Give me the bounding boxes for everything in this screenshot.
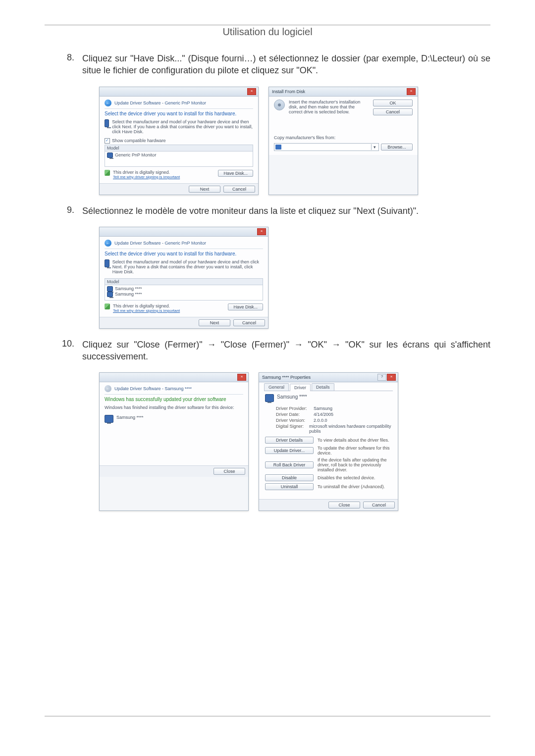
- monitor-icon: [107, 292, 113, 297]
- driver-details-button[interactable]: Driver Details: [265, 437, 314, 444]
- tab-details[interactable]: Details: [312, 383, 334, 391]
- list-item[interactable]: Samsung ****: [107, 292, 261, 297]
- monitor-icon: [107, 286, 113, 292]
- ok-button[interactable]: OK: [373, 100, 413, 106]
- update-driver-button[interactable]: Update Driver...: [265, 447, 314, 454]
- step-text: Cliquez sur "Have Disk..." (Disque fourn…: [82, 52, 490, 77]
- signed-label: This driver is digitally signed.: [113, 170, 180, 175]
- window-update-success: × ← Update Driver Software - Samsung ***…: [99, 372, 249, 511]
- cancel-button[interactable]: Cancel: [223, 186, 255, 193]
- model-list[interactable]: Samsung **** Samsung ****: [105, 285, 263, 301]
- close-icon[interactable]: ×: [257, 228, 266, 235]
- window-title: Samsung **** Properties: [262, 375, 311, 380]
- monitor-icon: [265, 394, 274, 402]
- close-icon[interactable]: ×: [387, 374, 396, 381]
- titlebar: Install From Disk ×: [269, 87, 418, 97]
- device-name: Samsung ****: [116, 415, 144, 420]
- window-title: Install From Disk: [272, 89, 305, 94]
- monitor-icon: [105, 119, 109, 127]
- uninstall-button[interactable]: Uninstall: [265, 483, 314, 490]
- back-button[interactable]: ←: [105, 240, 111, 247]
- tab-general[interactable]: General: [264, 383, 289, 391]
- show-compatible-label: Show compatible hardware: [112, 138, 166, 143]
- success-heading: Windows has successfully updated your dr…: [105, 397, 243, 402]
- install-instruction: Insert the manufacturer's installation d…: [289, 100, 369, 114]
- disk-icon: [274, 100, 285, 110]
- drive-icon: [275, 145, 281, 150]
- copy-from-label: Copy manufacturer's files from:: [274, 135, 413, 140]
- window-install-from-disk: Install From Disk × Insert the manufactu…: [268, 87, 418, 195]
- disable-button[interactable]: Disable: [265, 474, 314, 481]
- next-button[interactable]: Next: [189, 186, 220, 193]
- dialog-heading: Select the device driver you want to ins…: [105, 251, 263, 256]
- drive-combo[interactable]: ▾: [274, 143, 379, 151]
- close-icon[interactable]: ×: [247, 88, 256, 95]
- signing-info-link[interactable]: Tell me why driver signing is important: [113, 175, 180, 179]
- help-icon[interactable]: ?: [377, 374, 386, 381]
- close-button[interactable]: Close: [214, 468, 245, 475]
- step-text: Cliquez sur "Close (Fermer)" → "Close (F…: [82, 339, 490, 363]
- show-compatible-checkbox[interactable]: ✓: [105, 138, 110, 144]
- chevron-down-icon[interactable]: ▾: [371, 144, 377, 150]
- titlebar: ×: [100, 227, 268, 237]
- next-button[interactable]: Next: [199, 319, 230, 326]
- titlebar: ×: [100, 87, 258, 97]
- shield-icon: [105, 170, 110, 176]
- dialog-hint: Select the manufacturer and model of you…: [112, 259, 263, 274]
- model-header: Model: [105, 145, 253, 151]
- roll-back-driver-button[interactable]: Roll Back Driver: [265, 461, 314, 468]
- signed-label: This driver is digitally signed.: [113, 303, 180, 308]
- monitor-icon: [107, 152, 113, 158]
- step-number: 9.: [45, 205, 82, 217]
- model-header: Model: [105, 278, 263, 285]
- monitor-icon: [105, 415, 113, 423]
- tab-driver[interactable]: Driver: [290, 384, 311, 391]
- back-button[interactable]: ←: [105, 100, 111, 106]
- nav-breadcrumb: Update Driver Software - Generic PnP Mon…: [114, 101, 206, 105]
- window-select-model: × ← Update Driver Software - Generic PnP…: [99, 227, 268, 329]
- model-list[interactable]: Generic PnP Monitor: [105, 151, 253, 167]
- have-disk-button[interactable]: Have Disk...: [218, 170, 253, 177]
- nav-breadcrumb: Update Driver Software - Generic PnP Mon…: [114, 241, 206, 246]
- cancel-button[interactable]: Cancel: [233, 319, 265, 326]
- list-item[interactable]: Generic PnP Monitor: [107, 152, 251, 158]
- nav-breadcrumb: Update Driver Software - Samsung ****: [114, 386, 192, 391]
- step-number: 8.: [45, 52, 82, 77]
- close-icon[interactable]: ×: [237, 374, 246, 381]
- have-disk-button[interactable]: Have Disk...: [228, 303, 263, 310]
- list-item[interactable]: Samsung ****: [107, 286, 261, 292]
- step-text: Sélectionnez le modèle de votre moniteur…: [82, 205, 490, 217]
- close-button[interactable]: Close: [328, 502, 360, 508]
- browse-button[interactable]: Browse...: [381, 144, 413, 151]
- cancel-button[interactable]: Cancel: [373, 108, 413, 115]
- close-icon[interactable]: ×: [407, 88, 416, 95]
- page-title: Utilisation du logiciel: [218, 26, 316, 38]
- shield-icon: [105, 303, 110, 309]
- dialog-hint: Select the manufacturer and model of you…: [112, 119, 253, 134]
- success-sub: Windows has finished installing the driv…: [105, 405, 243, 410]
- titlebar: Samsung **** Properties ? ×: [259, 373, 398, 382]
- signing-info-link[interactable]: Tell me why driver signing is important: [113, 308, 180, 313]
- cancel-button[interactable]: Cancel: [363, 502, 395, 508]
- step-number: 10.: [45, 339, 82, 363]
- device-name: Samsung ****: [277, 394, 307, 400]
- window-properties: Samsung **** Properties ? × General Driv…: [259, 372, 398, 511]
- window-update-driver-generic: × ← Update Driver Software - Generic PnP…: [99, 87, 259, 195]
- dialog-heading: Select the device driver you want to ins…: [105, 111, 253, 116]
- back-button: ←: [105, 385, 111, 392]
- monitor-icon: [105, 259, 109, 267]
- titlebar: ×: [100, 373, 248, 382]
